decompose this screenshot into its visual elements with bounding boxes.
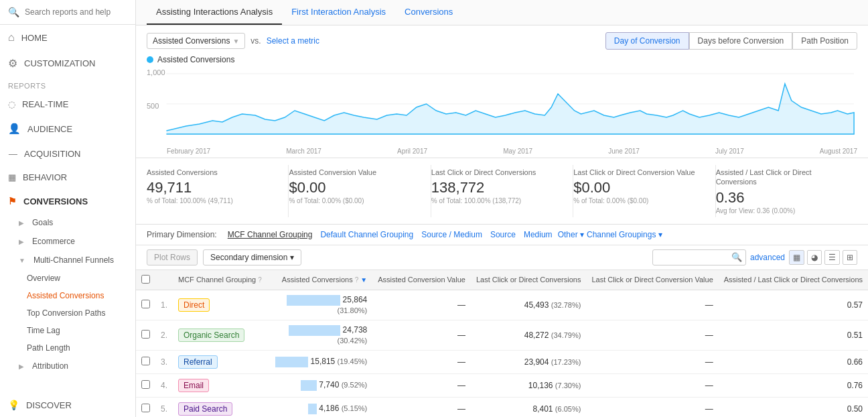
- tab-first-interaction[interactable]: First Interaction Analysis: [282, 0, 395, 25]
- sidebar-item-customization[interactable]: ⚙ CUSTOMIZATION: [0, 50, 135, 76]
- dropdown-arrow-icon: ▼: [232, 38, 239, 45]
- table-row: 2. Organic Search 24,738 (30.42%) — 48,2…: [136, 320, 868, 350]
- sidebar-item-audience[interactable]: 👤 AUDIENCE: [0, 116, 135, 141]
- row-checkbox-1[interactable]: [141, 330, 150, 339]
- row-assisted-2: 15,815 (19.45%): [267, 350, 372, 373]
- chart-legend: Assisted Conversions: [147, 55, 857, 64]
- behavior-label: BEHAVIOR: [23, 172, 67, 182]
- y-label-mid: 500: [147, 102, 159, 110]
- col-channel-help-icon[interactable]: ?: [258, 276, 262, 284]
- stat-sub-0: % of Total: 100.00% (49,711): [147, 197, 280, 204]
- dimension-bar: Primary Dimension: MCF Channel Grouping …: [136, 225, 868, 245]
- data-table: MCF Channel Grouping ? Assisted Conversi…: [136, 270, 868, 417]
- col-assisted-label: Assisted Conversions: [282, 276, 353, 284]
- row-ratio-1: 0.51: [719, 320, 868, 350]
- row-channel-2: Referral: [173, 350, 267, 373]
- chart-buttons: Day of Conversion Days before Conversion…: [605, 32, 857, 50]
- view-icon-pie[interactable]: ◕: [807, 250, 822, 265]
- arrow-icon: ▶: [19, 363, 24, 370]
- col-channel-grouping: MCF Channel Grouping ?: [173, 270, 267, 290]
- stat-label-2: Last Click or Direct Conversions: [431, 168, 565, 177]
- secondary-dimension-dropdown[interactable]: Secondary dimension ▾: [203, 249, 301, 265]
- sidebar-item-mcf[interactable]: ▼ Multi-Channel Funnels: [0, 251, 135, 270]
- search-input[interactable]: [25, 7, 127, 17]
- row-last-click-3: 10,136 (7.30%): [471, 373, 587, 397]
- sidebar-item-attribution[interactable]: ▶ Attribution: [0, 357, 135, 375]
- table-toolbar-right: 🔍 advanced ▦ ◕ ☰ ⊞: [652, 249, 857, 265]
- channel-tag-3[interactable]: Email: [178, 379, 209, 392]
- day-of-conversion-btn[interactable]: Day of Conversion: [605, 32, 689, 50]
- row-checkbox-cell: [136, 373, 155, 397]
- row-assisted-0: 25,864 (31.80%): [267, 290, 372, 320]
- sidebar-item-home[interactable]: ⌂ HOME: [0, 25, 135, 50]
- plot-rows-button[interactable]: Plot Rows: [147, 249, 198, 265]
- row-checkbox-cell: [136, 290, 155, 320]
- dim-source-medium[interactable]: Source / Medium: [421, 230, 482, 239]
- select-metric-link[interactable]: Select a metric: [267, 36, 319, 46]
- sidebar-item-path-length[interactable]: Path Length: [0, 339, 135, 357]
- x-label-jun: June 2017: [608, 147, 640, 155]
- assisted-pct-3: (9.52%): [342, 381, 368, 389]
- view-icon-list[interactable]: ☰: [824, 250, 840, 265]
- sidebar-item-acquisition[interactable]: ⸻ ACQUISITION: [0, 141, 135, 166]
- chart-controls-left: Assisted Conversions ▼ vs. Select a metr…: [147, 33, 319, 49]
- table-toolbar: Plot Rows Secondary dimension ▾ 🔍 advanc…: [136, 245, 868, 270]
- dim-default-channel[interactable]: Default Channel Grouping: [320, 230, 413, 239]
- sidebar-item-assisted-conversions[interactable]: Assisted Conversions: [0, 287, 135, 304]
- col-assisted-help-icon[interactable]: ?: [355, 276, 359, 284]
- channel-tag-1[interactable]: Organic Search: [178, 329, 244, 342]
- path-position-btn[interactable]: Path Position: [792, 32, 857, 50]
- advanced-link[interactable]: advanced: [750, 253, 785, 262]
- legend-dot: [147, 56, 153, 63]
- sidebar-item-realtime[interactable]: ◌ REAL-TIME: [0, 93, 135, 116]
- dim-mcf-channel[interactable]: MCF Channel Grouping: [228, 230, 313, 239]
- view-icon-pivot[interactable]: ⊞: [843, 250, 857, 265]
- channel-tag-4[interactable]: Paid Search: [178, 402, 232, 416]
- tab-conversions[interactable]: Conversions: [395, 0, 462, 25]
- sidebar-item-top-conversion-paths[interactable]: Top Conversion Paths: [0, 304, 135, 322]
- row-checkbox-3[interactable]: [141, 380, 150, 389]
- sidebar: 🔍 ⌂ HOME ⚙ CUSTOMIZATION Reports ◌ REAL-…: [0, 0, 136, 417]
- dim-channel-groupings-dropdown[interactable]: Channel Groupings ▾: [587, 230, 662, 239]
- days-before-conversion-btn[interactable]: Days before Conversion: [689, 32, 793, 50]
- channel-tag-2[interactable]: Referral: [178, 355, 218, 369]
- main-content: Assisting Interactions Analysis First In…: [136, 0, 868, 417]
- col-last-click: Last Click or Direct Conversions: [471, 270, 587, 290]
- stat-ratio: Assisted / Last Click or Direct Conversi…: [716, 165, 857, 217]
- stat-value-1: $0.00: [289, 180, 422, 196]
- sidebar-item-time-lag[interactable]: Time Lag: [0, 322, 135, 339]
- dim-medium[interactable]: Medium: [524, 230, 553, 239]
- stat-last-click-conversions: Last Click or Direct Conversions 138,772…: [431, 165, 573, 217]
- tab-assisting[interactable]: Assisting Interactions Analysis: [147, 0, 282, 25]
- row-checkbox-2[interactable]: [141, 357, 150, 365]
- sidebar-item-goals[interactable]: ▶ Goals: [0, 213, 135, 232]
- assisted-value-2: 15,815: [311, 357, 336, 366]
- dim-source[interactable]: Source: [490, 230, 516, 239]
- sidebar-item-discover[interactable]: 💡 DISCOVER: [0, 393, 135, 417]
- assisted-bar-3: [301, 380, 317, 391]
- behavior-icon: ▦: [8, 172, 16, 182]
- row-last-click-1: 48,272 (34.79%): [471, 320, 587, 350]
- stat-value-0: 49,711: [147, 180, 280, 196]
- channel-tag-0[interactable]: Direct: [178, 298, 210, 312]
- table-body: 1. Direct 25,864 (31.80%) — 45,493 (32.7…: [136, 290, 868, 417]
- metric-dropdown[interactable]: Assisted Conversions ▼: [147, 33, 245, 49]
- row-checkbox-4[interactable]: [141, 404, 150, 412]
- assisted-value-4: 4,186: [319, 404, 339, 413]
- dim-other-dropdown[interactable]: Other ▾: [558, 230, 584, 239]
- sidebar-item-ecommerce[interactable]: ▶ Ecommerce: [0, 232, 135, 251]
- select-all-checkbox[interactable]: [141, 275, 150, 284]
- row-conv-value-2: —: [372, 350, 471, 373]
- sidebar-item-conversions[interactable]: ⚑ CONVERSIONS: [0, 189, 135, 213]
- sidebar-item-overview[interactable]: Overview: [0, 270, 135, 287]
- view-icon-grid[interactable]: ▦: [789, 250, 804, 265]
- assisted-bar-1: [289, 325, 340, 336]
- arrow-icon: ▼: [19, 257, 25, 264]
- sort-icon[interactable]: ▼: [360, 276, 367, 284]
- sidebar-item-behavior[interactable]: ▦ BEHAVIOR: [0, 166, 135, 189]
- assisted-pct-0: (31.80%): [338, 306, 368, 314]
- row-checkbox-0[interactable]: [141, 300, 150, 308]
- col-ratio: Assisted / Last Click or Direct Conversi…: [719, 270, 868, 290]
- search-bar[interactable]: 🔍: [0, 0, 135, 25]
- realtime-label: REAL-TIME: [22, 99, 68, 109]
